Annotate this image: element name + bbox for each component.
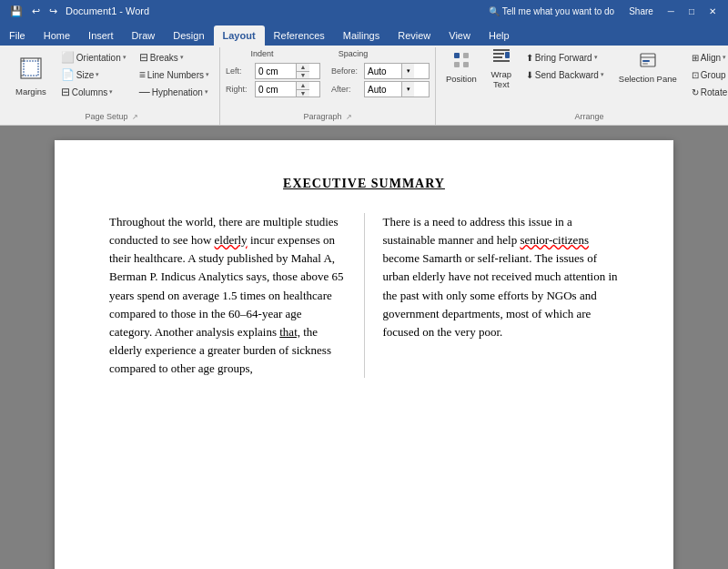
- tab-home[interactable]: Home: [35, 25, 79, 46]
- hyphenation-arrow: ▾: [205, 88, 208, 96]
- columns-arrow: ▾: [109, 88, 113, 96]
- svg-rect-18: [642, 63, 648, 65]
- line-numbers-button[interactable]: ≡ Line Numbers ▾: [135, 66, 214, 83]
- document-title: Document1 - Word: [66, 5, 149, 16]
- indent-right-field[interactable]: ▲ ▼: [255, 81, 320, 97]
- columns-button[interactable]: ⊟ Columns ▾: [56, 84, 131, 100]
- bring-forward-arrow: ▾: [594, 54, 598, 61]
- spacing-before-input[interactable]: [365, 64, 401, 78]
- send-backward-arrow: ▾: [601, 71, 604, 78]
- restore-btn[interactable]: □: [684, 5, 699, 17]
- hyphenation-button[interactable]: — Hyphenation ▾: [135, 84, 214, 100]
- size-icon: 📄: [61, 68, 75, 81]
- svg-rect-12: [505, 52, 510, 58]
- indent-left-up[interactable]: ▲: [297, 64, 309, 71]
- line-numbers-icon: ≡: [139, 68, 146, 81]
- indent-right-down[interactable]: ▼: [297, 90, 309, 97]
- page-setup-expand-icon[interactable]: ↗: [132, 113, 138, 121]
- position-button[interactable]: Position: [441, 49, 481, 86]
- save-quick-btn[interactable]: 💾: [7, 5, 25, 18]
- indent-left-row: Left: ▲ ▼: [226, 63, 320, 79]
- selection-pane-icon: [639, 52, 657, 74]
- minimize-btn[interactable]: ─: [663, 5, 679, 17]
- close-btn[interactable]: ✕: [704, 5, 721, 17]
- tab-mailings[interactable]: Mailings: [334, 25, 389, 46]
- ribbon-tab-bar: File Home Insert Draw Design Layout Refe…: [0, 22, 728, 46]
- breaks-button[interactable]: ⊟ Breaks ▾: [135, 49, 214, 66]
- hyphenation-label: Hyphenation: [152, 87, 203, 97]
- indent-right-arrows: ▲ ▼: [296, 82, 309, 97]
- position-label: Position: [446, 74, 477, 84]
- indent-right-up[interactable]: ▲: [297, 82, 309, 89]
- tab-design[interactable]: Design: [164, 25, 213, 46]
- svg-rect-17: [642, 60, 650, 62]
- spacing-before-row: Before: ▾: [331, 63, 430, 79]
- title-bar: 💾 ↩ ↪ Document1 - Word 🔍 Tell me what yo…: [0, 0, 728, 22]
- indent-right-input[interactable]: [256, 82, 296, 97]
- group-button[interactable]: ⊡ Group ▾: [687, 66, 728, 83]
- orientation-icon: ⬜: [61, 51, 75, 64]
- tab-help[interactable]: Help: [480, 25, 519, 46]
- tab-file[interactable]: File: [0, 25, 35, 46]
- indent-left-down[interactable]: ▼: [297, 72, 309, 79]
- svg-rect-6: [454, 53, 460, 58]
- tab-layout[interactable]: Layout: [214, 25, 265, 46]
- indent-right-row: Right: ▲ ▼: [226, 81, 320, 97]
- breaks-label: Breaks: [150, 53, 178, 63]
- position-icon: [452, 51, 470, 73]
- page-setup-small-btns: ⬜ Orientation ▾ 📄 Size ▾ ⊟ Columns ▾: [56, 49, 131, 100]
- spacing-before-field[interactable]: ▾: [364, 63, 430, 79]
- columns-icon: ⊟: [61, 86, 70, 98]
- spacing-fields: Before: ▾ After: ▾: [331, 63, 430, 97]
- breaks-arrow: ▾: [180, 54, 184, 61]
- bring-forward-label: Bring Forward: [535, 53, 592, 63]
- columns-label: Columns: [72, 87, 107, 97]
- send-backward-button[interactable]: ⬇ Send Backward ▾: [521, 66, 609, 83]
- tab-view[interactable]: View: [440, 25, 480, 46]
- spacing-after-row: After: ▾: [331, 81, 430, 97]
- margins-button[interactable]: Margins: [9, 49, 53, 102]
- paragraph-label: Paragraph ↗: [226, 110, 430, 123]
- quick-access-toolbar: 💾 ↩ ↪: [7, 5, 60, 18]
- word-elderly: elderly: [215, 233, 248, 247]
- tab-draw[interactable]: Draw: [123, 25, 165, 46]
- ribbon: Margins ⬜ Orientation ▾ 📄 Size ▾ ⊟ Colum…: [0, 46, 728, 126]
- bring-forward-icon: ⬆: [526, 53, 533, 63]
- undo-btn[interactable]: ↩: [29, 5, 43, 18]
- align-group-rotate-btns: ⊞ Align ▾ ⊡ Group ▾ ↻ Rotate ▾: [687, 49, 728, 100]
- indent-left-input[interactable]: [256, 64, 296, 78]
- svg-rect-13: [493, 56, 502, 58]
- send-backward-icon: ⬇: [526, 70, 533, 80]
- spacing-before-arrow[interactable]: ▾: [401, 64, 414, 78]
- orientation-button[interactable]: ⬜ Orientation ▾: [56, 49, 131, 66]
- indent-left-field[interactable]: ▲ ▼: [255, 63, 320, 79]
- paragraph-controls: Indent Spacing Left: ▲: [226, 49, 430, 110]
- document-page[interactable]: EXECUTIVE SUMMARY Throughout the world, …: [55, 140, 673, 569]
- document-title-heading: EXECUTIVE SUMMARY: [109, 177, 619, 191]
- bring-forward-button[interactable]: ⬆ Bring Forward ▾: [521, 49, 609, 66]
- spacing-after-arrow[interactable]: ▾: [401, 82, 414, 97]
- spacing-before-label: Before:: [331, 66, 360, 76]
- svg-rect-7: [463, 53, 469, 58]
- spacing-after-input[interactable]: [365, 82, 401, 97]
- selection-pane-button[interactable]: Selection Pane: [612, 49, 683, 86]
- size-button[interactable]: 📄 Size ▾: [56, 66, 131, 83]
- tab-insert[interactable]: Insert: [79, 25, 123, 46]
- word-senior-citizens: senior-citizens: [520, 233, 589, 247]
- align-arrow: ▾: [723, 54, 726, 61]
- wrap-text-label: WrapText: [491, 69, 512, 89]
- align-button[interactable]: ⊞ Align ▾: [687, 49, 728, 66]
- tab-references[interactable]: References: [265, 25, 334, 46]
- tell-me-btn[interactable]: 🔍 Tell me what you want to do: [484, 5, 619, 17]
- right-column: There is a need to address this issue in…: [365, 213, 620, 378]
- paragraph-expand-icon[interactable]: ↗: [346, 113, 352, 121]
- wrap-text-button[interactable]: WrapText: [485, 49, 518, 86]
- rotate-label: Rotate: [701, 87, 727, 97]
- indent-left-label: Left:: [226, 66, 251, 76]
- redo-btn[interactable]: ↪: [46, 5, 60, 18]
- spacing-after-field[interactable]: ▾: [364, 81, 430, 97]
- share-btn[interactable]: Share: [624, 5, 658, 17]
- tab-review[interactable]: Review: [389, 25, 440, 46]
- rotate-button[interactable]: ↻ Rotate ▾: [687, 84, 728, 100]
- layering-btns: ⬆ Bring Forward ▾ ⬇ Send Backward ▾: [521, 49, 609, 83]
